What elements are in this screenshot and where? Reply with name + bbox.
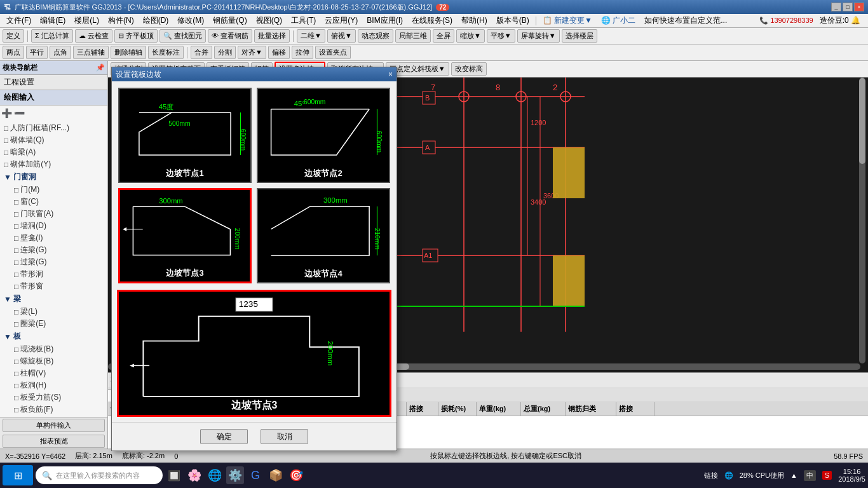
dialog-titlebar[interactable]: 设置筏板边坡 × — [112, 67, 397, 81]
dialog-content: 45度 500mm 600mm 边坡节点1 — [112, 81, 397, 290]
svg-text:300mm: 300mm — [323, 197, 348, 205]
svg-text:200mm: 200mm — [327, 341, 335, 366]
dialog-set-slope: 设置筏板边坡 × 45度 500mm — [111, 67, 397, 451]
dialog-close-icon[interactable]: × — [388, 70, 393, 79]
node-cell-3[interactable]: 300mm 200mm 边坡节点3 — [118, 188, 252, 283]
svg-text:200mm: 200mm — [234, 228, 241, 250]
dialog-overlay: 设置筏板边坡 × 45度 500mm — [0, 0, 868, 488]
node-cell-5[interactable]: 1235 200mm 边坡节点3 — [117, 290, 391, 417]
node-cell-2[interactable]: 45° 600mm 600mm 边坡节点2 — [257, 88, 390, 183]
node2-label: 边坡节点2 — [258, 168, 389, 179]
svg-marker-60 — [130, 363, 134, 367]
node1-label: 边坡节点1 — [119, 168, 250, 179]
dialog-footer: 确定 取消 — [112, 422, 397, 451]
node3-label: 边坡节点3 — [120, 268, 250, 279]
node-cell-5-wrapper: 1235 200mm 边坡节点3 — [117, 290, 391, 417]
dialog-cancel-button[interactable]: 取消 — [261, 429, 308, 444]
svg-text:300mm: 300mm — [159, 197, 182, 205]
node-cell-1[interactable]: 45度 500mm 600mm 边坡节点1 — [118, 88, 252, 183]
dialog-title: 设置筏板边坡 — [116, 69, 161, 80]
dialog-ok-button[interactable]: 确定 — [200, 429, 248, 444]
node-cell-4[interactable]: 300mm 210mm 边坡节点4 — [257, 188, 390, 283]
svg-marker-52 — [123, 227, 126, 231]
node4-label: 边坡节点4 — [258, 268, 389, 280]
svg-text:45度: 45度 — [159, 103, 174, 111]
svg-text:600mm: 600mm — [304, 98, 325, 105]
node5-label: 边坡节点3 — [119, 399, 390, 412]
svg-text:1235: 1235 — [239, 299, 258, 309]
svg-text:500mm: 500mm — [168, 120, 190, 127]
